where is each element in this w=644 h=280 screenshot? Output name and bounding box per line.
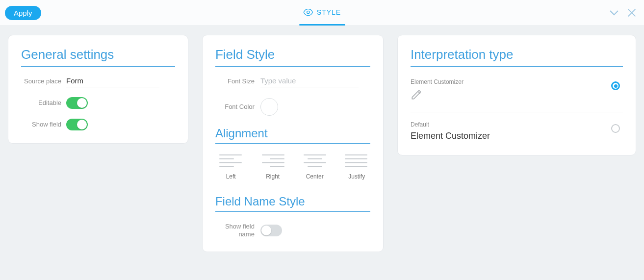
align-center-label: Center xyxy=(306,173,324,180)
font-color-picker[interactable] xyxy=(260,98,278,116)
interpretation-option-1-radio[interactable] xyxy=(611,81,620,90)
interpretation-option-2[interactable]: Default Element Customizer xyxy=(411,112,623,142)
editable-toggle[interactable] xyxy=(66,97,88,109)
general-heading: General settings xyxy=(21,47,175,67)
align-center-option[interactable]: Center xyxy=(301,154,329,180)
font-size-input[interactable] xyxy=(260,76,359,87)
row-font-size: Font Size xyxy=(215,76,370,87)
align-left-label: Left xyxy=(226,173,236,180)
label-showfield: Show field xyxy=(21,121,66,128)
fieldname-heading: Field Name Style xyxy=(215,195,370,212)
close-icon xyxy=(626,7,637,18)
align-left-option[interactable]: Left xyxy=(217,154,245,180)
interpretation-option-1[interactable]: Element Customizer xyxy=(411,76,623,112)
alignment-options: Left Right Center Justify xyxy=(215,154,370,180)
showfield-toggle[interactable] xyxy=(66,119,88,130)
label-font-size: Font Size xyxy=(215,77,260,85)
align-justify-icon xyxy=(345,154,368,167)
align-justify-label: Justify xyxy=(348,173,365,180)
row-showfieldname: Show field name xyxy=(215,223,370,239)
tab-style-label: STYLE xyxy=(317,8,341,16)
align-center-icon xyxy=(303,154,327,167)
chevron-down-icon xyxy=(608,7,620,19)
row-editable: Editable xyxy=(21,97,175,109)
label-font-color: Font Color xyxy=(215,103,260,111)
collapse-button[interactable] xyxy=(608,6,620,19)
showfieldname-toggle[interactable] xyxy=(260,225,282,236)
card-field-style: Field Style Font Size Font Color Alignme… xyxy=(202,35,384,252)
card-interpretation-type: Interpretation type Element Customizer D… xyxy=(397,35,636,155)
label-showfieldname: Show field name xyxy=(215,223,260,239)
align-justify-option[interactable]: Justify xyxy=(343,154,370,180)
tab-style[interactable]: STYLE xyxy=(299,0,345,25)
topbar: Apply STYLE xyxy=(0,0,644,26)
alignment-heading: Alignment xyxy=(215,127,370,144)
interpretation-option-2-radio[interactable] xyxy=(611,124,620,133)
board: General settings Source place Editable S… xyxy=(0,26,644,261)
row-font-color: Font Color xyxy=(215,98,370,116)
eye-icon xyxy=(303,9,313,16)
row-source-place: Source place xyxy=(21,76,175,87)
row-showfield: Show field xyxy=(21,119,175,130)
fieldstyle-heading: Field Style xyxy=(215,47,370,67)
tabs: STYLE xyxy=(299,0,345,25)
svg-point-0 xyxy=(307,11,309,13)
source-place-input[interactable] xyxy=(66,76,159,87)
card-general-settings: General settings Source place Editable S… xyxy=(8,35,188,144)
top-actions xyxy=(608,0,638,25)
align-left-icon xyxy=(219,154,243,167)
interpretation-heading: Interpretation type xyxy=(411,47,623,67)
label-editable: Editable xyxy=(21,99,66,107)
interpretation-option-2-title: Element Customizer xyxy=(411,131,490,141)
interpretation-option-1-title: Element Customizer xyxy=(411,78,464,85)
interpretation-option-2-hint: Default xyxy=(411,121,490,128)
apply-button[interactable]: Apply xyxy=(5,6,41,20)
align-right-label: Right xyxy=(266,173,280,180)
pencil-icon xyxy=(411,88,464,103)
align-right-option[interactable]: Right xyxy=(259,154,286,180)
label-source-place: Source place xyxy=(21,77,66,85)
close-button[interactable] xyxy=(625,6,638,19)
align-right-icon xyxy=(261,154,284,167)
